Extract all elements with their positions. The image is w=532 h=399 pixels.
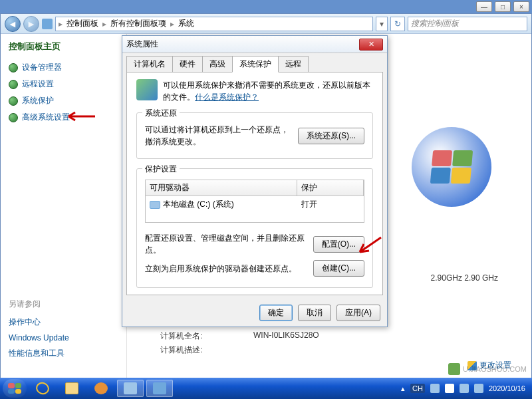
table-header-drive: 可用驱动器 — [146, 180, 297, 196]
breadcrumb[interactable]: ▸ 控制面板 ▸ 所有控制面板项 ▸ 系统 — [55, 17, 373, 31]
tab-strip: 计算机名 硬件 高级 系统保护 远程 — [122, 53, 387, 72]
apply-button[interactable]: 应用(A) — [336, 305, 380, 321]
taskbar-system-properties[interactable] — [146, 380, 173, 397]
taskbar-control-panel[interactable] — [117, 380, 144, 397]
search-input[interactable]: 搜索控制面板 — [408, 17, 527, 31]
start-button[interactable] — [3, 379, 27, 398]
group-title: 系统还原 — [142, 108, 180, 119]
restore-text: 可以通过将计算机还原到上一个还原点，撤消系统更改。 — [145, 124, 291, 148]
info-row: 计算机全名: WIN-I0LIK6SJ28O — [160, 331, 511, 342]
tab-advanced[interactable]: 高级 — [202, 56, 233, 72]
crumb-2[interactable]: 系统 — [177, 18, 196, 29]
windows-logo — [412, 127, 491, 207]
dropdown-button[interactable]: ▾ — [376, 17, 388, 31]
chevron-right-icon: ▸ — [59, 19, 63, 29]
keyboard-icon[interactable] — [430, 384, 440, 393]
taskbar-ie[interactable] — [29, 380, 56, 397]
close-button[interactable]: × — [513, 1, 529, 12]
shield-icon — [9, 63, 18, 72]
tab-remote[interactable]: 远程 — [278, 56, 309, 72]
crumb-0[interactable]: 控制面板 — [65, 18, 100, 29]
taskbar-media[interactable] — [88, 380, 114, 397]
drive-icon — [150, 201, 160, 209]
clock[interactable]: 2020/10/16 — [489, 384, 525, 392]
tab-computer-name[interactable]: 计算机名 — [126, 56, 173, 72]
refresh-button[interactable]: ↻ — [390, 17, 405, 31]
system-tray: ▴ CH 2020/10/16 — [401, 384, 529, 393]
minimize-button[interactable]: — — [476, 1, 492, 12]
shield-icon — [9, 80, 18, 89]
sidebar-link-label: 系统保护 — [22, 95, 54, 106]
table-header-protection: 保护 — [297, 180, 364, 196]
see-also-windows-update[interactable]: Windows Update — [9, 331, 118, 345]
sidebar-remote-settings[interactable]: 远程设置 — [9, 76, 118, 92]
crumb-1[interactable]: 所有控制面板项 — [109, 18, 168, 29]
tab-system-protection[interactable]: 系统保护 — [232, 56, 279, 72]
tab-hardware[interactable]: 硬件 — [172, 56, 203, 72]
ok-button[interactable]: 确定 — [259, 305, 293, 321]
table-row[interactable]: 本地磁盘 (C:) (系统) 打开 — [146, 196, 364, 213]
flag-icon[interactable] — [445, 384, 454, 393]
configure-text: 配置还原设置、管理磁盘空间，并且删除还原点。 — [145, 232, 307, 256]
os-window-controls: — □ × — [476, 1, 529, 12]
sidebar-link-label: 远程设置 — [22, 78, 54, 90]
create-button[interactable]: 创建(C)... — [313, 260, 364, 277]
see-also-performance[interactable]: 性能信息和工具 — [9, 345, 118, 362]
change-settings-label: 更改设置 — [479, 360, 511, 371]
chevron-right-icon: ▸ — [170, 19, 174, 29]
configure-button[interactable]: 配置(O)... — [313, 236, 364, 253]
shield-icon — [9, 96, 18, 106]
info-label: 计算机全名: — [160, 331, 253, 342]
dialog-title: 系统属性 — [126, 39, 158, 50]
system-restore-group: 系统还原 可以通过将计算机还原到上一个还原点，撤消系统更改。 系统还原(S)..… — [136, 112, 373, 159]
sidebar-advanced-settings[interactable]: 高级系统设置 — [9, 109, 118, 126]
group-title: 保护设置 — [142, 164, 180, 175]
what-is-protection-link[interactable]: 什么是系统保护？ — [195, 92, 259, 102]
dialog-buttons: 确定 取消 应用(A) — [122, 299, 387, 327]
drive-name: 本地磁盘 (C:) (系统) — [163, 200, 234, 209]
volume-icon[interactable] — [474, 384, 483, 393]
sidebar-link-label: 高级系统设置 — [22, 112, 70, 123]
taskbar-explorer[interactable] — [59, 380, 85, 397]
system-restore-button[interactable]: 系统还原(S)... — [298, 128, 364, 144]
create-text: 立刻为启用系统保护的驱动器创建还原点。 — [145, 263, 307, 275]
back-button[interactable]: ◄ — [5, 16, 21, 32]
see-also-heading: 另请参阅 — [9, 299, 118, 310]
sidebar: 控制面板主页 设备管理器 远程设置 系统保护 高级系统设置 另请参阅 操作中心 … — [1, 34, 127, 378]
taskbar: ▴ CH 2020/10/16 — [0, 378, 532, 399]
info-row: 计算机描述: — [160, 344, 511, 356]
titlebar: ◄ ► ▸ 控制面板 ▸ 所有控制面板项 ▸ 系统 ▾ ↻ 搜索控制面板 — [1, 14, 531, 34]
ime-indicator[interactable]: CH — [410, 384, 425, 393]
network-icon[interactable] — [460, 384, 469, 393]
sidebar-device-manager[interactable]: 设备管理器 — [9, 59, 118, 76]
cancel-button[interactable]: 取消 — [298, 305, 331, 321]
see-also-action-center[interactable]: 操作中心 — [9, 314, 118, 331]
tray-expand-icon[interactable]: ▴ — [401, 384, 405, 393]
sidebar-link-label: 设备管理器 — [22, 62, 62, 73]
protection-settings-group: 保护设置 可用驱动器 保护 本地磁盘 (C:) (系统) 打开 配置还原设置、管… — [136, 168, 373, 288]
tab-body: 可以使用系统保护来撤消不需要的系统更改，还原以前版本的文件。什么是系统保护？ 系… — [126, 72, 383, 295]
drive-table: 可用驱动器 保护 本地磁盘 (C:) (系统) 打开 — [145, 180, 364, 223]
protection-icon — [136, 79, 158, 100]
dialog-close-button[interactable]: ✕ — [359, 39, 383, 51]
dialog-titlebar: 系统属性 ✕ — [122, 36, 387, 53]
description-text: 可以使用系统保护来撤消不需要的系统更改，还原以前版本的文件。什么是系统保护？ — [163, 79, 373, 103]
change-settings-link[interactable]: 更改设置 — [467, 360, 511, 371]
info-value: WIN-I0LIK6SJ28O — [253, 331, 319, 342]
address-icon — [42, 19, 53, 29]
cpu-info: 2.90GHz 2.90 GHz — [431, 273, 498, 283]
system-properties-dialog: 系统属性 ✕ 计算机名 硬件 高级 系统保护 远程 可以使用系统保护来撤消不需要… — [122, 35, 388, 327]
shield-icon — [9, 113, 18, 122]
forward-button[interactable]: ► — [23, 16, 39, 32]
sidebar-home[interactable]: 控制面板主页 — [9, 41, 118, 53]
sidebar-system-protection[interactable]: 系统保护 — [9, 92, 118, 109]
maximize-button[interactable]: □ — [495, 1, 511, 12]
shield-icon — [467, 361, 477, 370]
drive-status: 打开 — [297, 196, 364, 213]
info-label: 计算机描述: — [160, 344, 253, 356]
chevron-right-icon: ▸ — [102, 19, 106, 29]
